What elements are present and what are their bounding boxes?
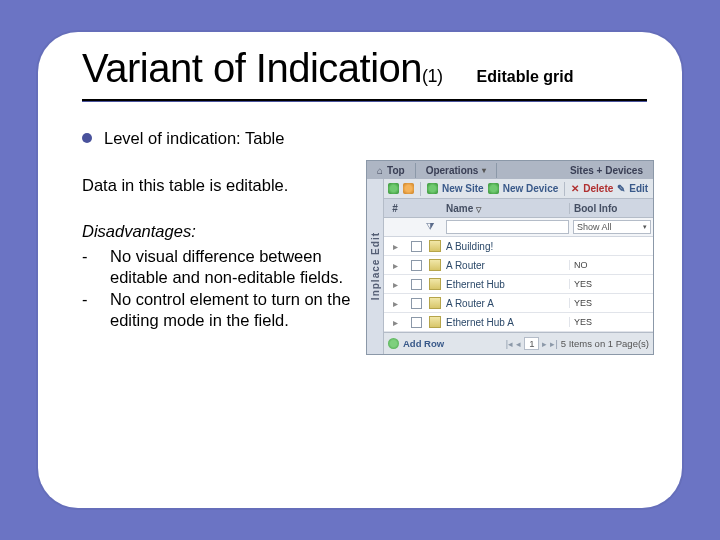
row-name-cell[interactable]: A Building!	[444, 241, 569, 252]
row-name-cell[interactable]: A Router	[444, 260, 569, 271]
tab-top[interactable]: ⌂ Top	[367, 163, 416, 178]
pager-prev-icon[interactable]: ◂	[516, 339, 521, 349]
page-title: Variant of Indication(1)	[82, 46, 443, 91]
col-header-bool[interactable]: Bool Info	[569, 203, 653, 214]
table-filter-row: ⧩ Show All ▾	[384, 218, 653, 237]
title-row: Variant of Indication(1) Editable grid	[82, 46, 648, 91]
table-row[interactable]: ▸ A Building!	[384, 237, 653, 256]
device-icon	[429, 259, 441, 271]
device-icon	[429, 278, 441, 290]
new-device-icon	[488, 183, 499, 194]
device-icon	[429, 240, 441, 252]
new-device-button[interactable]: New Device	[503, 183, 559, 194]
new-site-button[interactable]: New Site	[442, 183, 484, 194]
edit-icon: ✎	[617, 183, 625, 194]
row-name-cell[interactable]: Ethernet Hub	[444, 279, 569, 290]
disadvantages-block: Disadvantages: - No visual difference be…	[82, 221, 382, 330]
slide-card: Variant of Indication(1) Editable grid L…	[38, 32, 682, 508]
row-expand-icon[interactable]: ▸	[384, 241, 406, 252]
title-tag: Editable grid	[477, 68, 574, 86]
refresh-icon[interactable]	[403, 183, 414, 194]
row-checkbox[interactable]	[411, 279, 422, 290]
filter-name-input[interactable]	[446, 220, 569, 234]
row-checkbox[interactable]	[411, 241, 422, 252]
filter-bool-select[interactable]: Show All ▾	[573, 220, 651, 234]
add-row-button[interactable]: Add Row	[388, 338, 444, 349]
title-suffix: (1)	[422, 66, 443, 86]
list-item-text: No control element to turn on the editin…	[110, 289, 382, 330]
embedded-screenshot: ⌂ Top Operations ▾ Sites + Devices Inpla…	[366, 160, 654, 355]
list-item: - No visual difference between editable …	[82, 246, 382, 287]
separator	[420, 182, 421, 196]
title-main: Variant of Indication	[82, 46, 422, 90]
sort-indicator-icon: ▽	[476, 206, 481, 213]
table-row[interactable]: ▸ A Router A YES	[384, 294, 653, 313]
plus-icon	[388, 338, 399, 349]
new-site-icon	[427, 183, 438, 194]
row-bool-cell[interactable]: YES	[569, 317, 653, 327]
pager-page-input[interactable]: 1	[524, 337, 539, 350]
row-checkbox[interactable]	[411, 317, 422, 328]
pager-next-icon[interactable]: ▸	[542, 339, 547, 349]
device-icon	[429, 297, 441, 309]
col-header-name[interactable]: Name ▽	[444, 203, 569, 214]
row-bool-cell[interactable]: YES	[569, 298, 653, 308]
delete-icon: ✕	[571, 183, 579, 194]
screenshot-main: Inplace Edit New Site New Device ✕ Delet…	[367, 179, 653, 354]
table-row[interactable]: ▸ A Router NO	[384, 256, 653, 275]
bullet-text: Level of indication: Table	[104, 128, 284, 149]
chevron-down-icon: ▾	[482, 166, 486, 175]
row-expand-icon[interactable]: ▸	[384, 279, 406, 290]
table-row[interactable]: ▸ Ethernet Hub A YES	[384, 313, 653, 332]
pager-summary: 5 Items on 1 Page(s)	[561, 338, 649, 349]
home-icon: ⌂	[377, 165, 383, 176]
row-bool-cell[interactable]: NO	[569, 260, 653, 270]
bullet-dot-icon	[82, 133, 92, 143]
list-item: - No control element to turn on the edit…	[82, 289, 382, 330]
pager-last-icon[interactable]: ▸|	[550, 339, 557, 349]
row-name-cell[interactable]: Ethernet Hub A	[444, 317, 569, 328]
tab-sites-devices[interactable]: Sites + Devices	[560, 163, 653, 178]
pager-first-icon[interactable]: |◂	[506, 339, 513, 349]
table-footer: Add Row |◂ ◂ 1 ▸ ▸| 5 Items on 1 Page(s)	[384, 332, 653, 354]
row-name-cell[interactable]: A Router A	[444, 298, 569, 309]
title-underline	[82, 99, 647, 102]
row-expand-icon[interactable]: ▸	[384, 298, 406, 309]
screenshot-toolbar: New Site New Device ✕ Delete ✎ Edit	[384, 179, 653, 199]
screenshot-content: New Site New Device ✕ Delete ✎ Edit # Na…	[384, 179, 653, 354]
col-header-hash[interactable]: #	[384, 203, 406, 214]
edit-button[interactable]: Edit	[629, 183, 648, 194]
back-icon[interactable]	[388, 183, 399, 194]
row-bool-cell[interactable]: YES	[569, 279, 653, 289]
dash-icon: -	[82, 289, 94, 330]
separator	[564, 182, 565, 196]
table-row[interactable]: ▸ Ethernet Hub YES	[384, 275, 653, 294]
row-checkbox[interactable]	[411, 260, 422, 271]
pager: |◂ ◂ 1 ▸ ▸| 5 Items on 1 Page(s)	[506, 337, 649, 350]
row-expand-icon[interactable]: ▸	[384, 317, 406, 328]
chevron-down-icon: ▾	[643, 223, 647, 231]
list-item-text: No visual difference between editable an…	[110, 246, 382, 287]
intro-paragraph: Data in this table is editable.	[82, 175, 382, 196]
disadvantages-list: - No visual difference between editable …	[82, 246, 382, 331]
bullet-item: Level of indication: Table	[82, 128, 648, 149]
tab-operations[interactable]: Operations ▾	[416, 163, 498, 178]
delete-button[interactable]: Delete	[583, 183, 613, 194]
screenshot-tabbar: ⌂ Top Operations ▾ Sites + Devices	[367, 161, 653, 179]
table-header: # Name ▽ Bool Info	[384, 199, 653, 218]
screenshot-sidebar: Inplace Edit	[367, 179, 384, 354]
sidebar-label: Inplace Edit	[370, 232, 381, 300]
dash-icon: -	[82, 246, 94, 287]
device-icon	[429, 316, 441, 328]
filter-funnel-icon[interactable]: ⧩	[426, 221, 444, 233]
row-checkbox[interactable]	[411, 298, 422, 309]
disadvantages-heading: Disadvantages:	[82, 221, 382, 242]
row-expand-icon[interactable]: ▸	[384, 260, 406, 271]
